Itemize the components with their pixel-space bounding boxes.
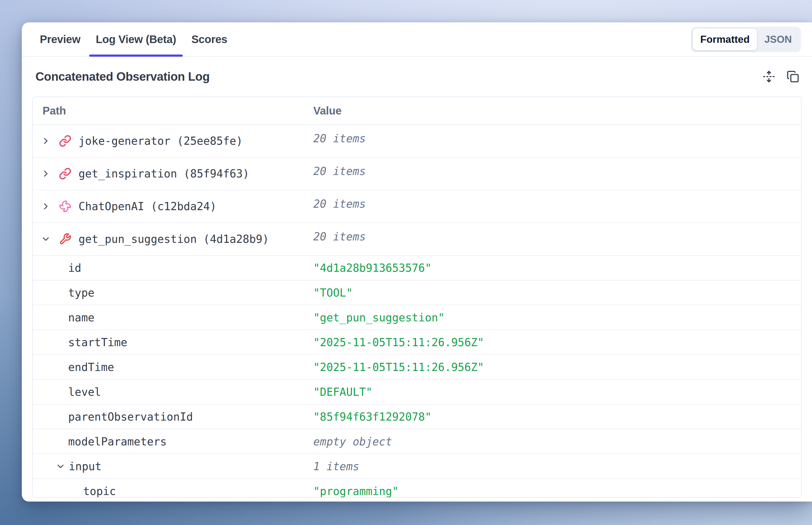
format-toggle: Formatted JSON [691, 27, 801, 52]
observation-log-table: Path Value joke-generator (25ee85fe) 20 … [32, 96, 802, 498]
row-value: 20 items [313, 230, 366, 243]
table-header-row: Path Value [33, 97, 801, 125]
value-cell: 20 items [312, 223, 801, 255]
row-value: "TOOL" [313, 286, 353, 299]
value-cell: "programming" [312, 479, 801, 498]
value-cell: empty object [312, 429, 801, 454]
row-value: "2025-11-05T15:11:26.956Z" [313, 336, 484, 349]
chevron-right-icon[interactable] [41, 136, 51, 146]
row-label: parentObservationId [68, 410, 193, 423]
row-value: 1 items [313, 460, 359, 472]
unfold-vertical-icon [763, 70, 775, 83]
path-cell: get_pun_suggestion (4d1a28b9) [33, 223, 312, 255]
row-label: level [68, 386, 101, 398]
chevron-right-icon[interactable] [41, 169, 51, 179]
chain-link-icon [59, 135, 71, 147]
row-label: topic [83, 485, 116, 497]
value-cell: "TOOL" [312, 281, 801, 305]
row-label: ChatOpenAI (c12bda24) [78, 200, 217, 213]
pinwheel-icon [59, 200, 71, 213]
value-cell: "get_pun_suggestion" [312, 305, 801, 330]
toggle-option-json[interactable]: JSON [757, 29, 799, 50]
table-row[interactable]: ChatOpenAI (c12bda24) 20 items [33, 190, 801, 223]
table-row[interactable]: get_pun_suggestion (4d1a28b9) 20 items [33, 223, 801, 256]
table-row[interactable]: get_inspiration (85f94f63) 20 items [33, 158, 801, 190]
value-cell: 20 items [312, 158, 801, 190]
row-value: 20 items [313, 132, 366, 145]
row-label: startTime [68, 336, 127, 349]
path-cell: get_inspiration (85f94f63) [33, 158, 312, 190]
value-cell: "2025-11-05T15:11:26.956Z" [312, 330, 801, 354]
copy-button[interactable] [786, 70, 800, 84]
path-cell: type [33, 281, 312, 305]
path-cell: name [33, 305, 312, 330]
tab-scores[interactable]: Scores [184, 22, 235, 56]
row-label: endTime [68, 361, 114, 373]
row-label: input [69, 460, 101, 472]
row-value: "get_pun_suggestion" [313, 311, 445, 324]
panel-actions [762, 70, 800, 84]
table-row[interactable]: level "DEFAULT" [33, 380, 801, 405]
tab-preview[interactable]: Preview [33, 22, 88, 56]
table-row[interactable]: endTime "2025-11-05T15:11:26.956Z" [33, 355, 801, 380]
chain-link-icon [59, 167, 71, 180]
row-value: "programming" [313, 485, 399, 497]
table-row[interactable]: parentObservationId "85f94f63f1292078" [33, 405, 801, 429]
path-cell: modelParameters [33, 429, 312, 454]
toggle-option-formatted[interactable]: Formatted [693, 29, 757, 50]
row-value: "DEFAULT" [313, 386, 372, 398]
value-cell: 20 items [312, 125, 801, 157]
row-label: joke-generator (25ee85fe) [78, 135, 243, 147]
table-row[interactable]: input 1 items [33, 454, 801, 479]
tab-log-view[interactable]: Log View (Beta) [89, 22, 183, 56]
path-cell: ChatOpenAI (c12bda24) [33, 190, 312, 222]
value-cell: "85f94f63f1292078" [312, 405, 801, 429]
path-cell: joke-generator (25ee85fe) [33, 125, 312, 157]
row-value: "4d1a28b913653576" [313, 262, 431, 274]
tab-bar: Preview Log View (Beta) Scores Formatted… [22, 22, 812, 57]
table-row[interactable]: name "get_pun_suggestion" [33, 305, 801, 330]
trace-detail-card: Preview Log View (Beta) Scores Formatted… [22, 22, 812, 501]
column-header-path: Path [33, 105, 312, 117]
tab-list: Preview Log View (Beta) Scores [33, 22, 235, 56]
path-cell: parentObservationId [33, 405, 312, 429]
row-value: 20 items [313, 198, 366, 210]
row-label: name [68, 311, 94, 324]
panel-header: Concatenated Observation Log [22, 57, 812, 96]
table-row[interactable]: topic "programming" [33, 479, 801, 498]
path-cell: startTime [33, 330, 312, 354]
row-label: id [68, 262, 81, 274]
table-row[interactable]: modelParameters empty object [33, 429, 801, 454]
table-body: joke-generator (25ee85fe) 20 items get_i… [33, 125, 801, 498]
value-cell: "4d1a28b913653576" [312, 256, 801, 280]
row-label: type [68, 286, 94, 299]
chevron-down-icon[interactable] [56, 462, 65, 471]
row-label: modelParameters [68, 435, 167, 448]
table-row[interactable]: startTime "2025-11-05T15:11:26.956Z" [33, 330, 801, 355]
wrench-icon [59, 233, 71, 245]
value-cell: "DEFAULT" [312, 380, 801, 404]
row-value: "85f94f63f1292078" [313, 410, 431, 423]
table-row[interactable]: id "4d1a28b913653576" [33, 256, 801, 281]
row-value: 20 items [313, 165, 366, 178]
path-cell: level [33, 380, 312, 404]
row-value: empty object [313, 435, 392, 448]
column-header-value: Value [312, 105, 801, 117]
expand-rows-button[interactable] [762, 70, 776, 84]
table-row[interactable]: joke-generator (25ee85fe) 20 items [33, 125, 801, 158]
page-title: Concatenated Observation Log [35, 70, 210, 84]
row-label: get_pun_suggestion (4d1a28b9) [78, 233, 269, 245]
row-label: get_inspiration (85f94f63) [78, 167, 249, 180]
value-cell: 20 items [312, 190, 801, 222]
path-cell: input [33, 454, 312, 478]
chevron-down-icon[interactable] [41, 234, 51, 244]
value-cell: 1 items [312, 454, 801, 478]
path-cell: id [33, 256, 312, 280]
row-value: "2025-11-05T15:11:26.956Z" [313, 361, 484, 373]
path-cell: endTime [33, 355, 312, 379]
path-cell: topic [33, 479, 312, 498]
copy-icon [787, 70, 799, 83]
chevron-right-icon[interactable] [41, 201, 51, 211]
value-cell: "2025-11-05T15:11:26.956Z" [312, 355, 801, 379]
table-row[interactable]: type "TOOL" [33, 281, 801, 305]
